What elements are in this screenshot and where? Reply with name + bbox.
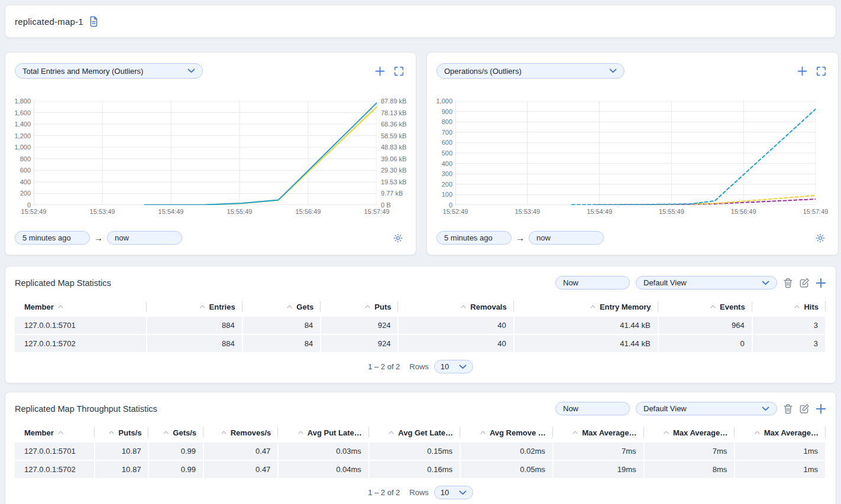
fullscreen-button[interactable] (816, 66, 826, 76)
x-axis: 15:52:4915:53:4915:54:4915:55:4915:56:49… (34, 208, 377, 217)
y-tick-label: 200 (20, 190, 31, 197)
sort-caret-icon (109, 427, 114, 436)
metric-select[interactable]: Operations/s (Outliers) (436, 63, 625, 79)
table-cell: 19ms (553, 460, 644, 479)
chevron-down-icon (459, 365, 467, 369)
series-line (572, 109, 816, 205)
sort-caret-icon (461, 301, 466, 310)
column-header[interactable]: Member (15, 424, 95, 443)
fullscreen-button[interactable] (394, 66, 404, 76)
column-header[interactable]: Member (15, 298, 147, 317)
table-cell: 964 (658, 317, 752, 334)
table-time-input[interactable]: Now (555, 276, 630, 290)
column-header[interactable]: Max Average… (644, 424, 735, 443)
rows-per-page-select[interactable]: 10 (434, 486, 473, 499)
arrow-right-icon: → (94, 233, 103, 243)
pagination: 1 – 2 of 2 Rows 10 (15, 486, 826, 499)
table-cell: 0.16ms (369, 460, 460, 479)
column-header[interactable]: Removes/s (203, 424, 278, 443)
sort-caret-icon (480, 427, 486, 436)
column-header[interactable]: Puts (321, 298, 398, 317)
metric-select-value: Operations/s (Outliers) (444, 67, 522, 76)
table-cell: 0.02ms (460, 443, 553, 460)
y-tick-label: 1,000 (14, 144, 31, 151)
member-cell: 127.0.0.1:5702 (15, 460, 95, 479)
y-tick-label: 68.36 kB (381, 121, 406, 128)
sort-caret-icon (389, 427, 394, 436)
table-row[interactable]: 127.0.0.1:570110.870.990.470.03ms0.15ms0… (15, 443, 826, 460)
y-tick-label: 300 (442, 170, 452, 177)
column-header[interactable]: Puts/s (95, 424, 149, 443)
map-config-document-icon[interactable] (89, 16, 99, 27)
column-header[interactable]: Avg Remove … (460, 424, 553, 443)
pagination-range: 1 – 2 of 2 (368, 362, 400, 371)
sort-caret-icon (664, 427, 669, 436)
table-row[interactable]: 127.0.0.1:570210.870.990.470.04ms0.16ms0… (15, 460, 826, 479)
series-line (145, 107, 377, 205)
time-from-input[interactable]: 5 minutes ago (15, 231, 90, 245)
table-cell: 884 (147, 317, 242, 334)
time-from-input[interactable]: 5 minutes ago (436, 231, 512, 245)
table-time-input[interactable]: Now (555, 402, 630, 415)
chart-settings-button[interactable] (393, 233, 406, 243)
column-header[interactable]: Avg Put Late… (278, 424, 368, 443)
column-header[interactable]: Gets/s (148, 424, 203, 443)
chart-header: Operations/s (Outliers) (436, 63, 829, 79)
add-chart-button[interactable] (375, 66, 385, 76)
y-tick-label: 1,800 (14, 97, 31, 105)
charts-row: Total Entries and Memory (Outliers) (5, 52, 836, 255)
time-to-value: now (536, 233, 551, 242)
table-cell: 0.03ms (278, 443, 368, 460)
view-select[interactable]: Default View (636, 402, 777, 415)
y-axis-right: 87.89 kB78.13 kB68.36 kB58.59 kB48.83 kB… (377, 101, 406, 205)
member-cell: 127.0.0.1:5702 (15, 334, 147, 353)
chart-body: 1,0009008007006005004003002001000 15:52:… (436, 101, 829, 217)
add-table-button[interactable] (816, 278, 826, 288)
sort-caret-icon (298, 427, 303, 436)
line-chart (455, 101, 816, 205)
table-cell: 924 (321, 317, 398, 334)
chart-panel-operations: Operations/s (Outliers) (426, 52, 839, 255)
chevron-down-icon (459, 490, 467, 495)
sort-caret-icon (710, 301, 716, 310)
column-header[interactable]: Entries (147, 298, 242, 317)
table-time-value: Now (563, 404, 578, 413)
chevron-down-icon (762, 407, 769, 411)
y-tick-label: 500 (442, 149, 452, 157)
y-tick-label: 800 (442, 118, 452, 125)
edit-view-button[interactable] (799, 404, 810, 414)
add-chart-button[interactable] (797, 66, 807, 76)
edit-view-button[interactable] (799, 278, 810, 288)
member-cell: 127.0.0.1:5701 (15, 317, 147, 334)
y-tick-label: 19.53 kB (381, 178, 406, 186)
y-tick-label: 600 (20, 167, 31, 174)
column-header[interactable]: Entry Memory (514, 298, 658, 317)
metric-select-value: Total Entries and Memory (Outliers) (22, 67, 143, 76)
table-row[interactable]: 127.0.0.1:5701884849244041.44 kB9643 (15, 317, 826, 334)
column-header[interactable]: Removals (398, 298, 513, 317)
column-header[interactable]: Max Average… (735, 424, 826, 443)
column-header[interactable]: Hits (752, 298, 826, 317)
view-select-value: Default View (643, 404, 687, 413)
column-header[interactable]: Max Average… (553, 424, 644, 443)
column-header-label: Gets (296, 303, 313, 311)
chevron-down-icon (609, 69, 617, 73)
metric-select[interactable]: Total Entries and Memory (Outliers) (15, 63, 203, 79)
column-header[interactable]: Avg Get Late… (369, 424, 460, 443)
view-select[interactable]: Default View (636, 276, 777, 290)
rows-label: Rows (409, 362, 429, 371)
y-tick-label: 200 (442, 181, 452, 188)
delete-view-button[interactable] (783, 278, 793, 288)
time-to-input[interactable]: now (529, 231, 604, 245)
delete-view-button[interactable] (783, 404, 793, 414)
table-row[interactable]: 127.0.0.1:5702884849244041.44 kB03 (15, 334, 826, 353)
column-header[interactable]: Events (658, 298, 752, 317)
table-cell: 0.99 (148, 460, 203, 479)
rows-per-page-select[interactable]: 10 (434, 360, 473, 373)
time-to-input[interactable]: now (107, 231, 182, 245)
column-header[interactable]: Gets (242, 298, 321, 317)
add-table-button[interactable] (816, 404, 826, 414)
chart-settings-button[interactable] (816, 233, 829, 243)
grid (455, 101, 816, 205)
column-header-label: Puts (374, 303, 391, 311)
